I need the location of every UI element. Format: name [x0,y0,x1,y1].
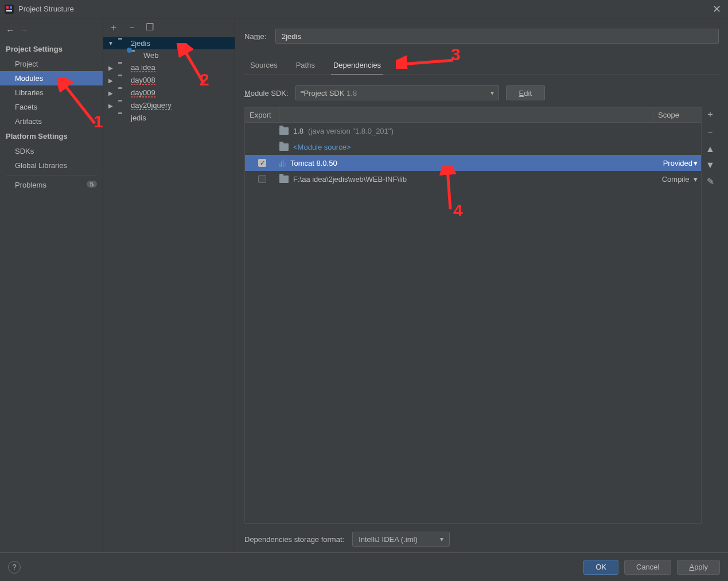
sidebar-item-global-libraries[interactable]: Global Libraries [0,158,103,173]
ok-button[interactable]: OK [583,560,618,575]
svg-rect-2 [10,6,12,9]
expand-icon[interactable]: ▶ [107,65,115,71]
folder-icon [279,176,289,183]
expand-icon[interactable]: ▶ [107,90,115,96]
dialog-footer: ? OK Cancel Apply [0,552,728,581]
remove-module-icon[interactable]: － [127,23,137,32]
divider [6,175,97,176]
add-dependency-icon[interactable]: ＋ [706,108,715,120]
cancel-button[interactable]: Cancel [624,560,671,575]
module-tree[interactable]: ▼ 2jedis Web ▶ aa idea ▶ day008 ▶ [103,37,235,124]
sidebar-item-modules[interactable]: Modules [0,71,103,85]
folder-icon [279,127,289,135]
problems-label: Problems [15,181,46,189]
library-icon [279,159,286,167]
forward-icon[interactable]: → [20,25,29,36]
move-up-icon[interactable]: ▲ [706,144,715,154]
svg-rect-1 [6,6,9,9]
edit-dependency-icon[interactable]: ✎ [707,176,714,187]
export-checkbox[interactable] [258,159,266,167]
dependency-actions: ＋ － ▲ ▼ ✎ [702,107,719,524]
module-sdk-select[interactable]: Project SDK 1.8 ▾ [295,85,499,100]
expand-icon[interactable]: ▶ [107,103,115,109]
nav-history: ← → [0,23,103,41]
sidebar-item-artifacts[interactable]: Artifacts [0,114,103,128]
svg-rect-3 [6,10,12,11]
tree-item-aa-idea[interactable]: ▶ aa idea [103,61,235,74]
dep-row-module-source[interactable]: <Module source> [245,139,701,155]
sidebar-item-sdks[interactable]: SDKs [0,144,103,158]
chevron-down-icon: ▾ [440,535,443,543]
col-scope[interactable]: Scope [653,108,701,122]
scope-select[interactable]: Provided▾ [653,159,701,167]
dependencies-table: Export Scope 1.8 (java version "1.8.0_20… [244,107,702,524]
title-bar: Project Structure ✕ [0,0,728,18]
col-export[interactable]: Export [245,108,279,122]
name-input[interactable] [275,29,719,44]
tree-item-jedis[interactable]: jedis [103,112,235,124]
module-sdk-label: Module SDK: [244,89,289,98]
remove-dependency-icon[interactable]: － [706,126,715,138]
sidebar-item-project[interactable]: Project [0,57,103,71]
tree-item-2jedis[interactable]: ▼ 2jedis [103,37,235,49]
module-detail-panel: Name: Sources Paths Dependencies Module … [235,18,728,552]
close-icon[interactable]: ✕ [710,3,723,15]
sidebar-item-problems[interactable]: Problems 5 [0,178,103,192]
dep-row-lib-folder[interactable]: F:\aa idea\2jedis\web\WEB-INF\lib Compil… [245,171,701,187]
tab-dependencies[interactable]: Dependencies [331,56,383,75]
edit-sdk-button[interactable]: Edit [506,85,545,100]
tab-paths[interactable]: Paths [294,56,317,75]
help-icon[interactable]: ? [8,561,21,574]
tab-sources[interactable]: Sources [248,56,280,75]
tree-item-web[interactable]: Web [103,49,235,61]
scope-select[interactable]: Compile ▾ [653,175,701,184]
module-toolbar: ＋ － ❐ [103,18,235,37]
storage-format-select[interactable]: IntelliJ IDEA (.iml) ▾ [352,532,450,547]
section-project-settings: Project Settings [0,41,103,57]
apply-button[interactable]: Apply [677,560,720,575]
module-tree-panel: ＋ － ❐ ▼ 2jedis Web ▶ aa idea ▶ [103,18,235,552]
window-title: Project Structure [18,5,74,13]
svg-rect-0 [5,5,14,14]
dep-row-tomcat[interactable]: Tomcat 8.0.50 Provided▾ [245,155,701,171]
detail-tabs: Sources Paths Dependencies [244,56,719,75]
expand-icon[interactable]: ▼ [107,40,115,46]
sidebar-item-facets[interactable]: Facets [0,100,103,114]
tree-item-day20jquery[interactable]: ▶ day20jquery [103,99,235,112]
folder-icon [279,143,289,151]
back-icon[interactable]: ← [6,25,15,36]
sidebar: ← → Project Settings Project Modules Lib… [0,18,103,552]
tree-item-day008[interactable]: ▶ day008 [103,74,235,87]
problems-count-badge: 5 [87,181,97,188]
storage-label: Dependencies storage format: [244,535,344,544]
table-header: Export Scope [245,108,701,123]
move-down-icon[interactable]: ▼ [706,160,715,170]
section-platform-settings: Platform Settings [0,128,103,144]
sidebar-item-libraries[interactable]: Libraries [0,85,103,100]
name-label: Name: [244,32,275,41]
export-checkbox[interactable] [258,175,266,183]
dep-row-jdk[interactable]: 1.8 (java version "1.8.0_201") [245,123,701,139]
add-module-icon[interactable]: ＋ [109,23,118,32]
app-icon [5,5,14,14]
copy-module-icon[interactable]: ❐ [146,23,154,32]
tree-item-day009[interactable]: ▶ day009 [103,87,235,99]
expand-icon[interactable]: ▶ [107,77,115,84]
chevron-down-icon: ▾ [490,89,494,97]
